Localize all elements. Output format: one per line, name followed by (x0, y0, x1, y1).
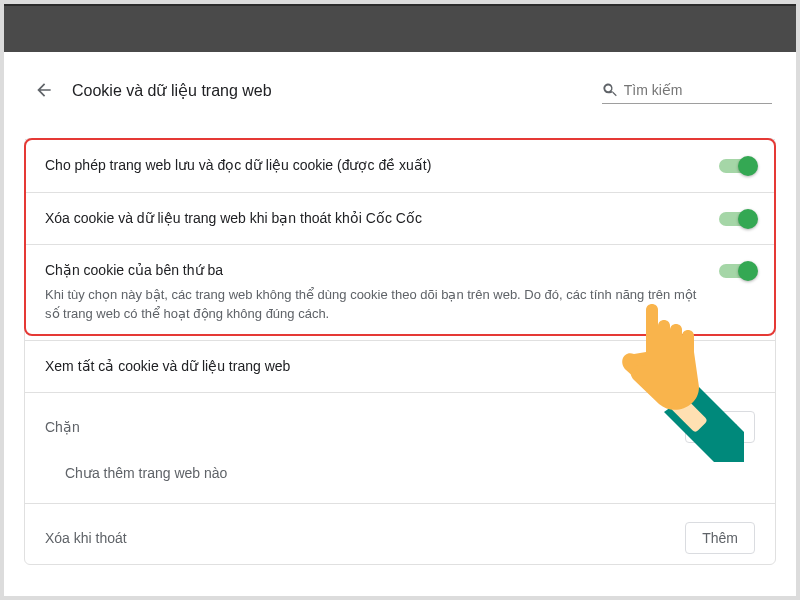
view-all-label: Xem tất cả cookie và dữ liệu trang web (45, 357, 735, 377)
search-field[interactable] (602, 77, 772, 104)
option-label: Chặn cookie của bên thứ ba (45, 261, 699, 281)
block-empty-text: Chưa thêm trang web nào (25, 453, 775, 503)
option-label: Xóa cookie và dữ liệu trang web khi bạn … (45, 209, 699, 229)
arrow-left-icon (34, 80, 54, 100)
app-topbar (4, 4, 796, 52)
view-all-cookies[interactable]: Xem tất cả cookie và dữ liệu trang web (25, 340, 775, 393)
add-clear-button[interactable]: Thêm (685, 522, 755, 554)
add-block-button[interactable]: Thêm (685, 411, 755, 443)
option-label: Cho phép trang web lưu và đọc dữ liệu co… (45, 156, 699, 176)
option-description: Khi tùy chọn này bật, các trang web khôn… (45, 285, 699, 324)
option-block-third-party: Chặn cookie của bên thứ ba Khi tùy chọn … (25, 244, 775, 340)
section-clear-on-exit: Xóa khi thoát Thêm (25, 503, 775, 564)
section-block-title: Chặn (45, 419, 80, 435)
option-clear-on-exit: Xóa cookie và dữ liệu trang web khi bạn … (25, 192, 775, 245)
search-icon (602, 81, 618, 99)
section-block: Chặn Thêm (25, 392, 775, 453)
settings-card: Cho phép trang web lưu và đọc dữ liệu co… (24, 138, 776, 565)
back-button[interactable] (28, 74, 60, 106)
option-allow-cookies: Cho phép trang web lưu và đọc dữ liệu co… (25, 139, 775, 192)
toggle-block-third-party[interactable] (719, 264, 755, 278)
page-title: Cookie và dữ liệu trang web (72, 81, 602, 100)
toggle-clear-on-exit[interactable] (719, 212, 755, 226)
search-input[interactable] (624, 82, 772, 98)
toggle-allow-cookies[interactable] (719, 159, 755, 173)
section-clear-title: Xóa khi thoát (45, 530, 127, 546)
page-header: Cookie và dữ liệu trang web (24, 52, 776, 120)
